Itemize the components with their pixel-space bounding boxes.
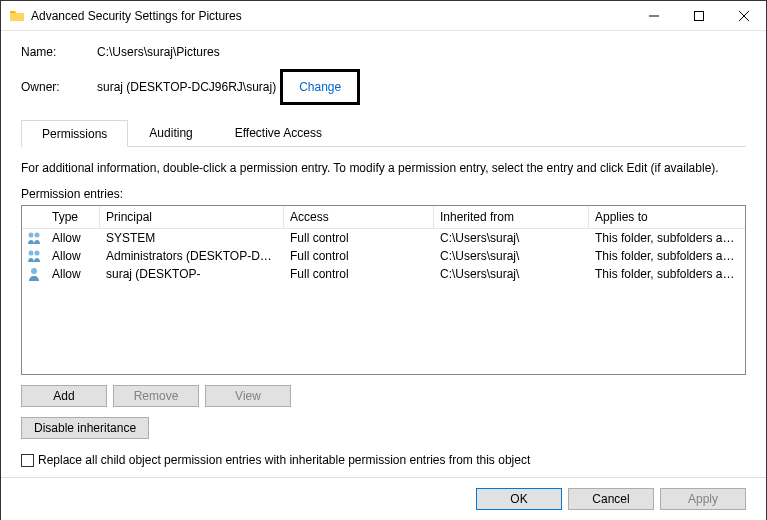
- header-applies[interactable]: Applies to: [589, 206, 745, 228]
- replace-checkbox-row: Replace all child object permission entr…: [21, 453, 746, 467]
- cell-type: Allow: [46, 230, 100, 246]
- cell-inherited: C:\Users\suraj\: [434, 248, 589, 264]
- cell-inherited: C:\Users\suraj\: [434, 230, 589, 246]
- table-row[interactable]: AllowSYSTEMFull controlC:\Users\suraj\Th…: [22, 229, 745, 247]
- tab-effective-access[interactable]: Effective Access: [214, 119, 343, 146]
- entries-label: Permission entries:: [21, 187, 746, 201]
- content-area: Name: C:\Users\suraj\Pictures Owner: sur…: [1, 31, 766, 477]
- change-link[interactable]: Change: [299, 80, 341, 94]
- close-button[interactable]: [721, 1, 766, 30]
- svg-point-5: [31, 268, 37, 274]
- cell-inherited: C:\Users\suraj\: [434, 266, 589, 282]
- header-type[interactable]: Type: [46, 206, 100, 228]
- permissions-grid: Type Principal Access Inherited from App…: [21, 205, 746, 375]
- grid-body: AllowSYSTEMFull controlC:\Users\suraj\Th…: [22, 229, 745, 283]
- owner-row: Owner: suraj (DESKTOP-DCJ96RJ\suraj) Cha…: [21, 69, 746, 105]
- group-icon: [22, 230, 46, 246]
- change-highlight: Change: [280, 69, 360, 105]
- cell-applies: This folder, subfolders and files: [589, 266, 745, 282]
- cell-principal: Administrators (DESKTOP-DC...: [100, 248, 284, 264]
- ok-button[interactable]: OK: [476, 488, 562, 510]
- header-icon[interactable]: [22, 206, 46, 228]
- grid-header: Type Principal Access Inherited from App…: [22, 206, 745, 229]
- cell-access: Full control: [284, 266, 434, 282]
- name-label: Name:: [21, 45, 97, 59]
- entry-buttons: Add Remove View: [21, 385, 746, 407]
- header-inherited[interactable]: Inherited from: [434, 206, 589, 228]
- owner-value: suraj (DESKTOP-DCJ96RJ\suraj): [97, 80, 276, 94]
- cell-principal: SYSTEM: [100, 230, 284, 246]
- cell-type: Allow: [46, 266, 100, 282]
- inheritance-buttons: Disable inheritance: [21, 417, 746, 439]
- folder-icon: [9, 8, 25, 24]
- cell-principal: suraj (DESKTOP-: [100, 266, 284, 282]
- owner-label: Owner:: [21, 80, 97, 94]
- name-row: Name: C:\Users\suraj\Pictures: [21, 45, 746, 59]
- tab-permissions[interactable]: Permissions: [21, 120, 128, 147]
- cell-access: Full control: [284, 230, 434, 246]
- remove-button[interactable]: Remove: [113, 385, 199, 407]
- tab-auditing[interactable]: Auditing: [128, 119, 213, 146]
- name-value: C:\Users\suraj\Pictures: [97, 45, 220, 59]
- header-access[interactable]: Access: [284, 206, 434, 228]
- titlebar: Advanced Security Settings for Pictures: [1, 1, 766, 31]
- cell-applies: This folder, subfolders and files: [589, 230, 745, 246]
- table-row[interactable]: Allowsuraj (DESKTOP-Full controlC:\Users…: [22, 265, 745, 283]
- replace-checkbox[interactable]: [21, 454, 34, 467]
- header-principal[interactable]: Principal: [100, 206, 284, 228]
- disable-inheritance-button[interactable]: Disable inheritance: [21, 417, 149, 439]
- cancel-button[interactable]: Cancel: [568, 488, 654, 510]
- maximize-button[interactable]: [676, 1, 721, 30]
- replace-checkbox-label: Replace all child object permission entr…: [38, 453, 530, 467]
- window-title: Advanced Security Settings for Pictures: [31, 9, 631, 23]
- svg-point-4: [35, 251, 40, 256]
- svg-rect-0: [694, 11, 703, 20]
- view-button[interactable]: View: [205, 385, 291, 407]
- apply-button[interactable]: Apply: [660, 488, 746, 510]
- cell-applies: This folder, subfolders and files: [589, 248, 745, 264]
- dialog-footer: OK Cancel Apply: [1, 477, 766, 520]
- table-row[interactable]: AllowAdministrators (DESKTOP-DC...Full c…: [22, 247, 745, 265]
- group-icon: [22, 248, 46, 264]
- svg-point-3: [29, 251, 34, 256]
- svg-point-1: [29, 233, 34, 238]
- info-text: For additional information, double-click…: [21, 161, 746, 175]
- tabs: Permissions Auditing Effective Access: [21, 119, 746, 147]
- cell-access: Full control: [284, 248, 434, 264]
- minimize-button[interactable]: [631, 1, 676, 30]
- cell-type: Allow: [46, 248, 100, 264]
- user-icon: [22, 266, 46, 282]
- add-button[interactable]: Add: [21, 385, 107, 407]
- svg-point-2: [35, 233, 40, 238]
